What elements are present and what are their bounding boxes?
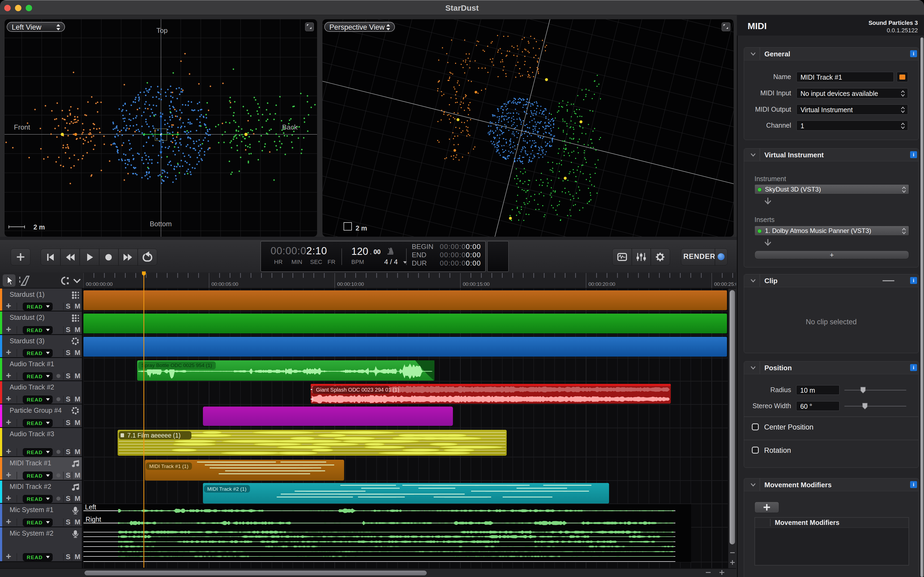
svg-text:Right: Right: [86, 516, 101, 523]
svg-text:00:00:15:00: 00:00:15:00: [463, 281, 489, 287]
svg-text:00:00:00:00: 00:00:00:00: [86, 281, 113, 287]
svg-text:7.1 Film aeeeee (1): 7.1 Film aeeeee (1): [127, 432, 181, 439]
svg-text:00:00:25:00: 00:00:25:00: [714, 281, 736, 287]
svg-text:00:00:05:00: 00:00:05:00: [212, 281, 238, 287]
svg-text:Giant Splash ODC 0023 294 01 (: Giant Splash ODC 0023 294 01 (1): [316, 387, 399, 393]
svg-text:00:00:20:00: 00:00:20:00: [588, 281, 615, 287]
svg-text:MIDI Track #2 (1): MIDI Track #2 (1): [207, 486, 247, 492]
svg-text:MIDI Track #1 (1): MIDI Track #1 (1): [149, 463, 189, 469]
svg-text:Spray Bottle ODC 0025 954 (1): Spray Bottle ODC 0025 954 (1): [141, 363, 212, 368]
svg-text:Left: Left: [85, 503, 96, 511]
svg-text:00:00:10:00: 00:00:10:00: [337, 281, 364, 287]
